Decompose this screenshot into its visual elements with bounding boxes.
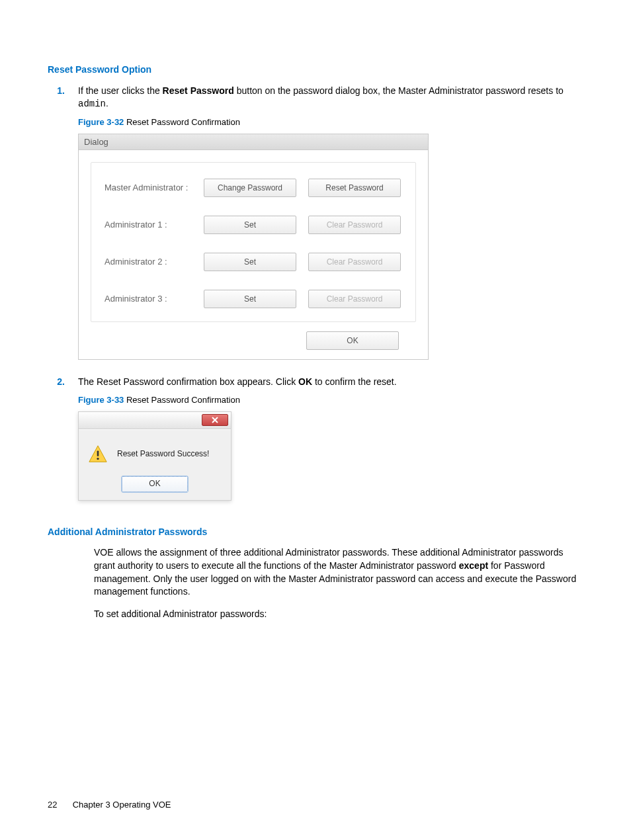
bold-except: except <box>459 560 488 571</box>
row-label: Master Administrator : <box>105 182 204 194</box>
dialog-titlebar <box>79 412 231 429</box>
figure-number: Figure 3-33 <box>78 395 124 405</box>
figure-title: Reset Password Confirmation <box>124 117 240 127</box>
dialog-message: Reset Password Success! <box>117 448 209 460</box>
ok-button[interactable]: OK <box>306 331 399 350</box>
text: The Reset Password confirmation box appe… <box>78 376 298 387</box>
row-label: Administrator 1 : <box>105 219 204 231</box>
set-button[interactable]: Set <box>204 253 296 271</box>
close-icon <box>212 417 218 423</box>
dialog-row-admin3: Administrator 3 : Set Clear Password <box>105 280 407 317</box>
dialog-row-master: Master Administrator : Change Password R… <box>105 169 407 206</box>
warning-icon <box>88 444 108 464</box>
text: . <box>106 98 108 108</box>
figure-caption: Figure 3-33 Reset Password Confirmation <box>78 394 583 406</box>
svg-rect-1 <box>97 450 99 456</box>
set-button[interactable]: Set <box>204 290 296 308</box>
confirmation-dialog: Reset Password Success! OK <box>78 411 231 501</box>
heading-additional-admin: Additional Administrator Passwords <box>48 526 583 539</box>
ok-button[interactable]: OK <box>122 476 188 492</box>
clear-password-button: Clear Password <box>308 216 401 234</box>
step-number: 1. <box>48 85 78 372</box>
page-footer: 22 Chapter 3 Operating VOE <box>48 799 171 811</box>
dialog-row-admin1: Administrator 1 : Set Clear Password <box>105 206 407 243</box>
code-admin: admin <box>78 99 106 109</box>
step1-text: If the user clicks the Reset Password bu… <box>78 85 583 111</box>
additional-paragraph-2: To set additional Administrator password… <box>48 608 583 621</box>
password-dialog: Dialog Master Administrator : Change Pas… <box>78 134 429 360</box>
figure-caption: Figure 3-32 Reset Password Confirmation <box>78 116 583 128</box>
heading-reset-password-option: Reset Password Option <box>48 63 583 77</box>
dialog-row-admin2: Administrator 2 : Set Clear Password <box>105 243 407 280</box>
bold-reset-password: Reset Password <box>163 85 234 96</box>
reset-password-button[interactable]: Reset Password <box>308 179 401 197</box>
page-number: 22 <box>48 799 70 811</box>
figure-title: Reset Password Confirmation <box>124 395 240 405</box>
step2-text: The Reset Password confirmation box appe… <box>78 376 583 389</box>
set-button[interactable]: Set <box>204 216 296 234</box>
text: button on the password dialog box, the M… <box>234 85 564 96</box>
close-button[interactable] <box>202 414 228 426</box>
dialog-titlebar: Dialog <box>79 134 428 150</box>
figure-number: Figure 3-32 <box>78 117 124 127</box>
clear-password-button: Clear Password <box>308 253 401 271</box>
clear-password-button: Clear Password <box>308 290 401 308</box>
svg-point-2 <box>97 458 99 460</box>
row-label: Administrator 3 : <box>105 293 204 305</box>
bold-ok: OK <box>298 376 312 387</box>
row-label: Administrator 2 : <box>105 256 204 268</box>
change-password-button[interactable]: Change Password <box>204 179 296 197</box>
text: to confirm the reset. <box>312 376 397 387</box>
additional-paragraph: VOE allows the assignment of three addit… <box>48 546 583 598</box>
chapter-label: Chapter 3 Operating VOE <box>73 800 171 810</box>
text: If the user clicks the <box>78 85 163 96</box>
step-number: 2. <box>48 376 78 519</box>
